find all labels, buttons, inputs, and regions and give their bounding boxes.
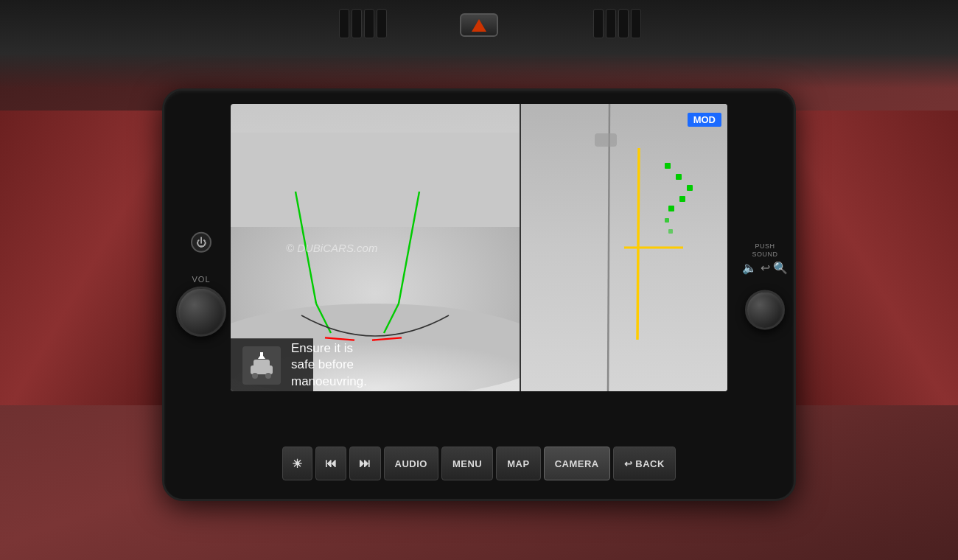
infotainment-unit: ⏻ VOL: [162, 88, 796, 501]
svg-rect-25: [665, 218, 669, 223]
camera-button[interactable]: CAMERA: [544, 447, 610, 480]
vol-label: VOL: [192, 275, 210, 284]
hazard-button[interactable]: [460, 13, 498, 37]
control-buttons-row: ☀ ⏮ ⏭ AUDIO MENU MAP CAMERA ↩ BACK: [231, 444, 727, 483]
vent-slot: [364, 9, 374, 38]
map-button[interactable]: MAP: [496, 447, 540, 480]
menu-button[interactable]: MENU: [441, 447, 493, 480]
power-button[interactable]: ⏻: [191, 232, 211, 253]
prev-icon: ⏮: [325, 457, 338, 470]
menu-label: MENU: [452, 458, 482, 469]
svg-line-18: [637, 148, 639, 340]
vent-slot: [339, 9, 349, 38]
next-icon: ⏭: [359, 457, 371, 470]
side-camera-view: MOD: [521, 104, 727, 391]
audio-label: AUDIO: [395, 458, 427, 469]
vent-slot: [352, 9, 362, 38]
svg-rect-24: [668, 206, 674, 211]
volume-knob[interactable]: [176, 287, 226, 337]
vent-slot: [377, 9, 387, 38]
rear-camera-view: © DUBiCARS.com Ensure it is safe be: [231, 104, 521, 391]
right-knob[interactable]: [745, 290, 785, 329]
back-label: ↩ BACK: [624, 458, 665, 469]
svg-rect-1: [231, 133, 520, 227]
safety-message-bar: Ensure it is safe before manoeuvring.: [231, 338, 313, 391]
svg-rect-21: [676, 174, 682, 180]
hazard-icon: [472, 19, 486, 32]
display-screen: © DUBiCARS.com Ensure it is safe be: [231, 104, 727, 391]
svg-point-11: [252, 373, 258, 379]
back-button[interactable]: ↩ BACK: [613, 447, 676, 480]
side-camera-svg: [521, 104, 727, 391]
svg-rect-10: [254, 360, 270, 368]
car-icon-box: [242, 346, 281, 385]
car-silhouette-icon: [247, 352, 276, 379]
previous-button[interactable]: ⏮: [315, 447, 347, 480]
svg-rect-23: [679, 196, 685, 202]
vent-right: [593, 9, 641, 38]
safety-message-text: Ensure it is safe before manoeuvring.: [291, 340, 367, 389]
left-controls: ⏻ VOL: [176, 232, 226, 337]
svg-rect-17: [595, 133, 617, 147]
brightness-icon: ☀: [292, 457, 303, 471]
svg-rect-22: [687, 185, 693, 191]
svg-rect-20: [665, 163, 671, 169]
brightness-button[interactable]: ☀: [282, 447, 312, 480]
vent-slot: [606, 9, 616, 38]
watermark-text: © DUBiCARS.com: [286, 242, 377, 254]
next-button[interactable]: ⏭: [349, 447, 381, 480]
camera-label: CAMERA: [555, 458, 599, 469]
vent-slot: [631, 9, 641, 38]
svg-point-12: [265, 373, 271, 379]
audio-button[interactable]: AUDIO: [384, 447, 438, 480]
map-label: MAP: [507, 458, 529, 469]
mod-badge: MOD: [688, 113, 721, 127]
push-sound-label: PUSHSOUND: [752, 242, 778, 259]
sound-icons: 🔈 ↩ 🔍: [742, 261, 788, 275]
vent-slot: [593, 9, 604, 38]
vent-slot: [618, 9, 629, 38]
vent-left: [339, 9, 387, 38]
right-controls: PUSHSOUND 🔈 ↩ 🔍: [742, 242, 788, 329]
svg-rect-14: [260, 352, 263, 357]
svg-rect-26: [668, 229, 673, 234]
